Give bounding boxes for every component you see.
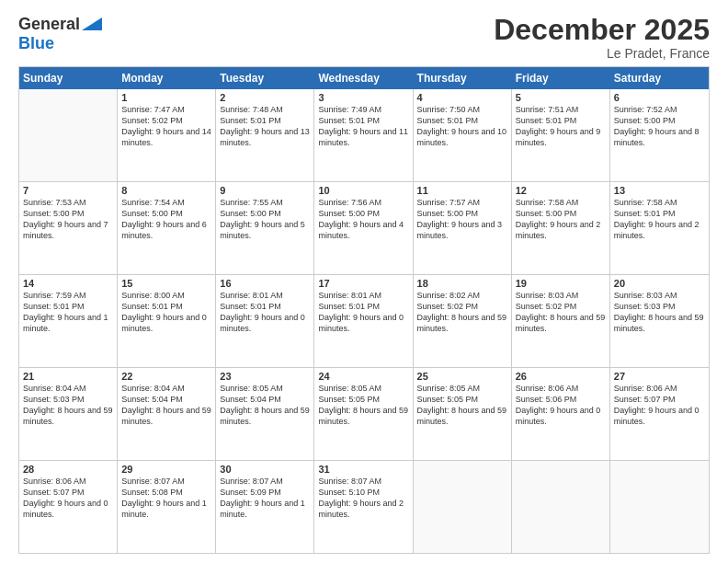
day-cell xyxy=(19,89,118,181)
day-cell: 30Sunrise: 8:07 AM Sunset: 5:09 PM Dayli… xyxy=(216,461,314,553)
day-number: 21 xyxy=(23,371,113,382)
header-saturday: Saturday xyxy=(610,67,709,89)
day-info: Sunrise: 7:50 AM Sunset: 5:01 PM Dayligh… xyxy=(417,104,507,149)
day-info: Sunrise: 7:58 AM Sunset: 5:01 PM Dayligh… xyxy=(614,197,705,242)
day-number: 22 xyxy=(121,371,211,382)
day-info: Sunrise: 8:06 AM Sunset: 5:06 PM Dayligh… xyxy=(516,383,606,428)
day-cell: 19Sunrise: 8:03 AM Sunset: 5:02 PM Dayli… xyxy=(512,275,610,367)
day-cell: 18Sunrise: 8:02 AM Sunset: 5:02 PM Dayli… xyxy=(414,275,512,367)
day-info: Sunrise: 8:05 AM Sunset: 5:04 PM Dayligh… xyxy=(220,383,310,428)
logo-icon xyxy=(82,17,102,30)
day-info: Sunrise: 7:54 AM Sunset: 5:00 PM Dayligh… xyxy=(121,197,211,242)
day-cell: 3Sunrise: 7:49 AM Sunset: 5:01 PM Daylig… xyxy=(314,89,413,181)
day-number: 29 xyxy=(121,464,211,475)
day-cell: 23Sunrise: 8:05 AM Sunset: 5:04 PM Dayli… xyxy=(216,368,314,460)
day-info: Sunrise: 8:01 AM Sunset: 5:01 PM Dayligh… xyxy=(220,290,310,335)
day-cell: 20Sunrise: 8:03 AM Sunset: 5:03 PM Dayli… xyxy=(610,275,709,367)
day-number: 25 xyxy=(417,371,507,382)
day-cell: 24Sunrise: 8:05 AM Sunset: 5:05 PM Dayli… xyxy=(314,368,413,460)
day-cell: 28Sunrise: 8:06 AM Sunset: 5:07 PM Dayli… xyxy=(19,461,118,553)
day-info: Sunrise: 7:57 AM Sunset: 5:00 PM Dayligh… xyxy=(417,197,507,242)
day-cell xyxy=(512,461,610,553)
calendar: Sunday Monday Tuesday Wednesday Thursday… xyxy=(18,66,710,554)
day-info: Sunrise: 7:49 AM Sunset: 5:01 PM Dayligh… xyxy=(318,104,408,149)
day-cell: 31Sunrise: 8:07 AM Sunset: 5:10 PM Dayli… xyxy=(314,461,413,553)
day-info: Sunrise: 8:04 AM Sunset: 5:03 PM Dayligh… xyxy=(23,383,113,428)
day-number: 23 xyxy=(220,371,310,382)
day-number: 12 xyxy=(516,185,606,196)
page-container: General Blue December 2025 Le Pradet, Fr… xyxy=(0,0,728,563)
day-number: 31 xyxy=(318,464,408,475)
day-number: 13 xyxy=(614,185,705,196)
day-number: 2 xyxy=(220,92,310,103)
day-cell: 29Sunrise: 8:07 AM Sunset: 5:08 PM Dayli… xyxy=(118,461,216,553)
day-number: 26 xyxy=(516,371,606,382)
header-sunday: Sunday xyxy=(19,67,118,89)
day-info: Sunrise: 7:48 AM Sunset: 5:01 PM Dayligh… xyxy=(220,104,310,149)
day-headers: Sunday Monday Tuesday Wednesday Thursday… xyxy=(19,67,709,89)
day-cell: 12Sunrise: 7:58 AM Sunset: 5:00 PM Dayli… xyxy=(512,182,610,274)
day-cell: 17Sunrise: 8:01 AM Sunset: 5:01 PM Dayli… xyxy=(314,275,413,367)
day-number: 28 xyxy=(23,464,113,475)
day-info: Sunrise: 8:05 AM Sunset: 5:05 PM Dayligh… xyxy=(417,383,507,428)
week-row: 21Sunrise: 8:04 AM Sunset: 5:03 PM Dayli… xyxy=(19,368,709,461)
day-cell xyxy=(414,461,512,553)
day-number: 27 xyxy=(614,371,705,382)
day-info: Sunrise: 8:06 AM Sunset: 5:07 PM Dayligh… xyxy=(23,476,113,521)
day-info: Sunrise: 8:05 AM Sunset: 5:05 PM Dayligh… xyxy=(318,383,408,428)
day-info: Sunrise: 7:56 AM Sunset: 5:00 PM Dayligh… xyxy=(318,197,408,242)
day-cell: 5Sunrise: 7:51 AM Sunset: 5:01 PM Daylig… xyxy=(512,89,610,181)
day-info: Sunrise: 7:52 AM Sunset: 5:00 PM Dayligh… xyxy=(614,104,705,149)
day-info: Sunrise: 8:01 AM Sunset: 5:01 PM Dayligh… xyxy=(318,290,408,335)
day-cell: 27Sunrise: 8:06 AM Sunset: 5:07 PM Dayli… xyxy=(610,368,709,460)
logo: General Blue xyxy=(18,15,102,53)
day-info: Sunrise: 8:03 AM Sunset: 5:02 PM Dayligh… xyxy=(516,290,606,335)
week-row: 7Sunrise: 7:53 AM Sunset: 5:00 PM Daylig… xyxy=(19,182,709,275)
day-info: Sunrise: 7:47 AM Sunset: 5:02 PM Dayligh… xyxy=(121,104,211,149)
day-cell: 26Sunrise: 8:06 AM Sunset: 5:06 PM Dayli… xyxy=(512,368,610,460)
day-cell: 16Sunrise: 8:01 AM Sunset: 5:01 PM Dayli… xyxy=(216,275,314,367)
day-cell xyxy=(610,461,709,553)
header-wednesday: Wednesday xyxy=(314,67,413,89)
day-number: 19 xyxy=(516,278,606,289)
day-info: Sunrise: 8:07 AM Sunset: 5:09 PM Dayligh… xyxy=(220,476,310,521)
day-cell: 21Sunrise: 8:04 AM Sunset: 5:03 PM Dayli… xyxy=(19,368,118,460)
svg-marker-0 xyxy=(82,17,102,30)
header-monday: Monday xyxy=(118,67,216,89)
day-cell: 8Sunrise: 7:54 AM Sunset: 5:00 PM Daylig… xyxy=(118,182,216,274)
day-info: Sunrise: 8:06 AM Sunset: 5:07 PM Dayligh… xyxy=(614,383,705,428)
header: General Blue December 2025 Le Pradet, Fr… xyxy=(18,15,710,61)
day-info: Sunrise: 8:07 AM Sunset: 5:08 PM Dayligh… xyxy=(121,476,211,521)
day-number: 20 xyxy=(614,278,705,289)
logo-blue: Blue xyxy=(18,34,102,53)
day-number: 30 xyxy=(220,464,310,475)
day-cell: 10Sunrise: 7:56 AM Sunset: 5:00 PM Dayli… xyxy=(314,182,413,274)
day-info: Sunrise: 8:00 AM Sunset: 5:01 PM Dayligh… xyxy=(121,290,211,335)
day-number: 9 xyxy=(220,185,310,196)
header-thursday: Thursday xyxy=(414,67,512,89)
day-number: 17 xyxy=(318,278,408,289)
header-tuesday: Tuesday xyxy=(216,67,314,89)
day-info: Sunrise: 8:07 AM Sunset: 5:10 PM Dayligh… xyxy=(318,476,408,521)
location: Le Pradet, France xyxy=(494,46,710,61)
week-row: 1Sunrise: 7:47 AM Sunset: 5:02 PM Daylig… xyxy=(19,89,709,182)
day-info: Sunrise: 8:04 AM Sunset: 5:04 PM Dayligh… xyxy=(121,383,211,428)
day-info: Sunrise: 7:55 AM Sunset: 5:00 PM Dayligh… xyxy=(220,197,310,242)
day-number: 14 xyxy=(23,278,113,289)
day-cell: 25Sunrise: 8:05 AM Sunset: 5:05 PM Dayli… xyxy=(414,368,512,460)
day-number: 18 xyxy=(417,278,507,289)
day-cell: 22Sunrise: 8:04 AM Sunset: 5:04 PM Dayli… xyxy=(118,368,216,460)
day-cell: 9Sunrise: 7:55 AM Sunset: 5:00 PM Daylig… xyxy=(216,182,314,274)
day-cell: 15Sunrise: 8:00 AM Sunset: 5:01 PM Dayli… xyxy=(118,275,216,367)
day-number: 6 xyxy=(614,92,705,103)
day-cell: 7Sunrise: 7:53 AM Sunset: 5:00 PM Daylig… xyxy=(19,182,118,274)
day-number: 8 xyxy=(121,185,211,196)
title-section: December 2025 Le Pradet, France xyxy=(494,15,710,61)
day-cell: 11Sunrise: 7:57 AM Sunset: 5:00 PM Dayli… xyxy=(414,182,512,274)
day-number: 15 xyxy=(121,278,211,289)
day-cell: 14Sunrise: 7:59 AM Sunset: 5:01 PM Dayli… xyxy=(19,275,118,367)
day-number: 7 xyxy=(23,185,113,196)
day-cell: 4Sunrise: 7:50 AM Sunset: 5:01 PM Daylig… xyxy=(414,89,512,181)
week-row: 14Sunrise: 7:59 AM Sunset: 5:01 PM Dayli… xyxy=(19,275,709,368)
day-number: 3 xyxy=(318,92,408,103)
